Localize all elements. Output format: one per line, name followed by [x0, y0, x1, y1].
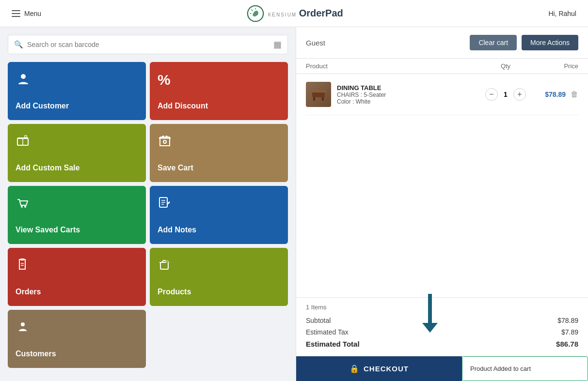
cart-table-header: Product Qty Price: [296, 59, 588, 74]
save-cart-tile[interactable]: Save Cart: [150, 124, 288, 182]
qty-decrease-button[interactable]: −: [485, 88, 498, 101]
cart-action-buttons: Clear cart More Actions: [470, 35, 578, 50]
checkout-button[interactable]: 🔒 CHECKOUT: [296, 356, 462, 381]
checkout-lock-icon: 🔒: [350, 364, 360, 373]
toast-message: Product Added to cart: [470, 365, 531, 372]
clear-cart-button[interactable]: Clear cart: [470, 35, 517, 50]
add-customer-icon: [16, 72, 138, 91]
svg-rect-22: [311, 91, 326, 92]
customers-label: Customers: [16, 350, 138, 358]
cart-header: Guest Clear cart More Actions: [296, 27, 588, 59]
products-label: Products: [158, 288, 280, 296]
product-name: DINING TABLE: [337, 84, 481, 91]
total-label: Estimated Total: [306, 340, 360, 348]
cart-items-list: DINING TABLE CHAIRS : 5-Seater Color : W…: [296, 74, 588, 297]
view-saved-carts-tile[interactable]: View Saved Carts: [8, 186, 146, 244]
products-tile[interactable]: Products: [150, 248, 288, 306]
orders-icon: [16, 258, 138, 274]
save-cart-icon: [158, 134, 280, 152]
products-icon: [158, 258, 280, 274]
svg-point-7: [163, 140, 166, 143]
main-layout: 🔍 ▦ Add Customer % Add Discount: [0, 27, 588, 381]
tax-row: Estimated Tax $7.89: [306, 326, 578, 338]
barcode-icon: ▦: [273, 39, 282, 50]
tax-label: Estimated Tax: [306, 328, 349, 336]
right-panel: Guest Clear cart More Actions Product Qt…: [296, 27, 588, 381]
user-greeting: Hi, Rahul: [548, 10, 576, 17]
svg-rect-24: [322, 97, 324, 101]
checkout-label: CHECKOUT: [364, 365, 409, 373]
toast-notification: Product Added to cart: [462, 356, 588, 381]
product-sub1: CHAIRS : 5-Seater: [337, 91, 481, 98]
product-sub2: Color : White: [337, 98, 481, 105]
table-row: DINING TABLE CHAIRS : 5-Seater Color : W…: [306, 74, 578, 115]
col-product-header: Product: [306, 62, 481, 70]
add-discount-label: Add Discount: [158, 102, 280, 110]
product-thumbnail: [306, 82, 331, 107]
tax-value: $7.89: [561, 328, 578, 336]
product-info: DINING TABLE CHAIRS : 5-Seater Color : W…: [337, 84, 481, 105]
add-customer-label: Add Customer: [16, 102, 138, 110]
add-custom-sale-tile[interactable]: Add Custom Sale: [8, 124, 146, 182]
orders-label: Orders: [16, 288, 138, 296]
col-price-header: Price: [530, 62, 578, 70]
logo-icon: [247, 5, 264, 22]
add-customer-tile[interactable]: Add Customer: [8, 62, 146, 120]
search-bar[interactable]: 🔍 ▦: [8, 35, 288, 54]
orders-tile[interactable]: Orders: [8, 248, 146, 306]
subtotal-row: Subtotal $78.89: [306, 315, 578, 326]
svg-point-9: [24, 206, 26, 208]
add-custom-sale-icon: [16, 134, 138, 152]
add-discount-tile[interactable]: % Add Discount: [150, 62, 288, 120]
col-qty-header: Qty: [481, 62, 530, 70]
add-discount-icon: %: [158, 72, 280, 88]
svg-rect-14: [20, 259, 24, 260]
add-notes-label: Add Notes: [158, 226, 280, 234]
subtotal-value: $78.89: [557, 317, 578, 324]
arrow-indicator: [422, 294, 438, 333]
hamburger-icon: [12, 10, 20, 17]
delete-item-icon[interactable]: 🗑: [571, 90, 578, 99]
item-price-value: $78.89: [545, 91, 566, 98]
total-value: $86.78: [556, 340, 578, 348]
qty-increase-button[interactable]: +: [513, 88, 526, 101]
qty-value: 1: [501, 91, 510, 98]
view-saved-carts-label: View Saved Carts: [16, 226, 138, 234]
items-count: 1 Items: [306, 304, 578, 311]
svg-point-20: [21, 322, 25, 326]
menu-button[interactable]: Menu: [12, 10, 41, 17]
svg-rect-23: [313, 97, 315, 101]
app-logo: KENSIUM OrderPad: [247, 5, 343, 22]
menu-label: Menu: [24, 10, 41, 17]
customers-icon: [16, 320, 138, 337]
view-saved-carts-icon: [16, 196, 138, 213]
cart-guest-label: Guest: [306, 39, 325, 47]
save-cart-label: Save Cart: [158, 164, 280, 172]
left-panel: 🔍 ▦ Add Customer % Add Discount: [0, 27, 296, 381]
add-notes-icon: [158, 196, 280, 213]
total-row: Estimated Total $86.78: [306, 338, 578, 350]
search-input[interactable]: [27, 41, 270, 48]
add-notes-tile[interactable]: Add Notes: [150, 186, 288, 244]
subtotal-label: Subtotal: [306, 317, 331, 324]
checkout-bar: 🔒 CHECKOUT Product Added to cart: [296, 356, 588, 381]
quantity-control: − 1 +: [481, 88, 530, 101]
add-custom-sale-label: Add Custom Sale: [16, 164, 138, 172]
item-price: $78.89 🗑: [530, 90, 578, 99]
header: Menu KENSIUM OrderPad Hi, Rahul: [0, 0, 588, 27]
search-icon: 🔍: [14, 40, 23, 49]
cart-summary: 1 Items Subtotal $78.89 Estimated Tax $7…: [296, 297, 588, 356]
svg-point-8: [21, 206, 23, 208]
more-actions-button[interactable]: More Actions: [522, 35, 578, 50]
logo-text: KENSIUM OrderPad: [268, 8, 343, 19]
customers-tile[interactable]: Customers: [8, 310, 146, 368]
svg-point-1: [21, 74, 26, 79]
action-grid: Add Customer % Add Discount: [8, 62, 288, 368]
